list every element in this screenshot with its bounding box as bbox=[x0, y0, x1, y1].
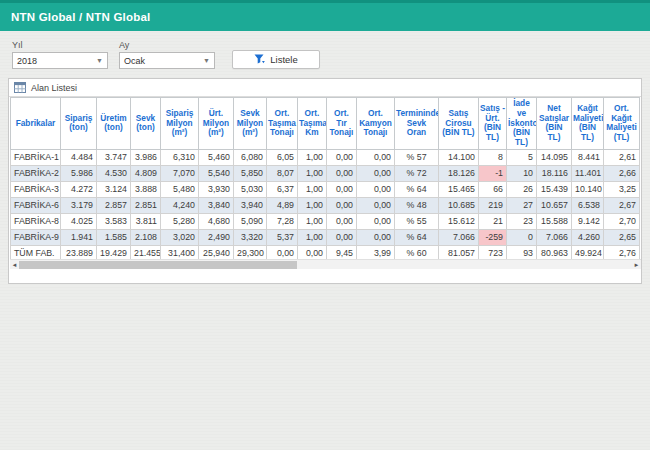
month-label: Ay bbox=[119, 40, 215, 50]
cell: 3.124 bbox=[97, 181, 131, 197]
table-row[interactable]: FABRİKA-34.2723.1243.8885,4803,9305,0306… bbox=[11, 181, 640, 197]
cell: 18.126 bbox=[439, 165, 479, 181]
cell: 14.100 bbox=[439, 149, 479, 165]
year-field: Yıl 2018 ▼ bbox=[12, 40, 108, 69]
cell: 11.401 bbox=[572, 165, 604, 181]
scrollbar-thumb[interactable] bbox=[19, 261, 297, 269]
cell: 3,320 bbox=[234, 229, 267, 245]
column-header[interactable]: Sipariş (ton) bbox=[61, 98, 97, 150]
column-header[interactable]: Satış - Ürt. (BİN TL) bbox=[479, 98, 507, 150]
cell: 3.888 bbox=[131, 181, 161, 197]
cell: 5,850 bbox=[234, 165, 267, 181]
cell: 0,00 bbox=[357, 149, 395, 165]
cell: 7.066 bbox=[439, 229, 479, 245]
month-select[interactable]: Ocak ▼ bbox=[119, 52, 215, 69]
column-header[interactable]: Ort. Kamyon Tonajı bbox=[357, 98, 395, 150]
table-row[interactable]: FABRİKA-25.9864.5304.8097,0705,5405,8508… bbox=[11, 165, 640, 181]
cell: 4,680 bbox=[199, 213, 234, 229]
app-header: NTN Global / NTN Global bbox=[0, 0, 650, 31]
cell: 7.066 bbox=[537, 229, 572, 245]
column-header[interactable]: Ort. Taşıma Tonajı bbox=[267, 98, 298, 150]
column-header[interactable]: Sipariş Milyon (m²) bbox=[161, 98, 199, 150]
cell: 15.612 bbox=[439, 213, 479, 229]
scroll-right-arrow[interactable]: ► bbox=[632, 260, 641, 270]
table-row[interactable]: FABRİKA-63.1792.8572.8514,2403,8403,9404… bbox=[11, 197, 640, 213]
cell: 66 bbox=[479, 181, 507, 197]
column-header[interactable]: Ort. Tır Tonajı bbox=[327, 98, 357, 150]
cell: 5.986 bbox=[61, 165, 97, 181]
cell: 5,37 bbox=[267, 229, 298, 245]
column-header[interactable]: Ürt. Milyon (m²) bbox=[199, 98, 234, 150]
chevron-down-icon[interactable]: ▼ bbox=[203, 57, 210, 64]
table-row[interactable]: FABRİKA-84.0253.5833.8115,2804,6805,0907… bbox=[11, 213, 640, 229]
cell: 9.142 bbox=[572, 213, 604, 229]
cell: 15.439 bbox=[537, 181, 572, 197]
cell: 3,840 bbox=[199, 197, 234, 213]
year-select[interactable]: 2018 ▼ bbox=[12, 52, 108, 69]
cell: % 64 bbox=[395, 181, 439, 197]
cell: 5,030 bbox=[234, 181, 267, 197]
panel-title: Alan Listesi bbox=[31, 83, 77, 93]
cell: 2,70 bbox=[604, 213, 640, 229]
month-field: Ay Ocak ▼ bbox=[119, 40, 215, 69]
cell: 0,00 bbox=[327, 181, 357, 197]
cell: 219 bbox=[479, 197, 507, 213]
cell: 15.465 bbox=[439, 181, 479, 197]
scroll-left-arrow[interactable]: ◄ bbox=[10, 260, 19, 270]
cell: 4.260 bbox=[572, 229, 604, 245]
cell: 18.116 bbox=[537, 165, 572, 181]
cell: 5 bbox=[507, 149, 537, 165]
cell: % 55 bbox=[395, 213, 439, 229]
table-row[interactable]: FABRİKA-14.4843.7473.9866,3105,4606,0806… bbox=[11, 149, 640, 165]
cell: 4.272 bbox=[61, 181, 97, 197]
cell: 4,240 bbox=[161, 197, 199, 213]
cell: 3,930 bbox=[199, 181, 234, 197]
cell: 3.811 bbox=[131, 213, 161, 229]
cell: % 57 bbox=[395, 149, 439, 165]
cell: 3.583 bbox=[97, 213, 131, 229]
column-header[interactable]: Sevk Milyon (m²) bbox=[234, 98, 267, 150]
cell: 10 bbox=[507, 165, 537, 181]
cell: 14.095 bbox=[537, 149, 572, 165]
cell: 7,070 bbox=[161, 165, 199, 181]
horizontal-scrollbar[interactable]: ◄ ► bbox=[10, 259, 641, 269]
scrollbar-track[interactable] bbox=[19, 261, 632, 269]
cell: 2,61 bbox=[604, 149, 640, 165]
cell: FABRİKA-2 bbox=[11, 165, 61, 181]
cell: 8.441 bbox=[572, 149, 604, 165]
column-header[interactable]: Ort. Kağıt Maliyeti (TL) bbox=[604, 98, 640, 150]
cell: 15.588 bbox=[537, 213, 572, 229]
cell: 3,020 bbox=[161, 229, 199, 245]
cell: FABRİKA-8 bbox=[11, 213, 61, 229]
column-header[interactable]: İade ve İskonto (BİN TL) bbox=[507, 98, 537, 150]
cell: 1,00 bbox=[298, 213, 327, 229]
cell: 6,05 bbox=[267, 149, 298, 165]
cell: 1.585 bbox=[97, 229, 131, 245]
list-button[interactable]: Listele bbox=[232, 50, 320, 69]
column-header[interactable]: Üretim (ton) bbox=[97, 98, 131, 150]
cell: 0,00 bbox=[357, 213, 395, 229]
column-header[interactable]: Satış Cirosu (BİN TL) bbox=[439, 98, 479, 150]
column-header[interactable]: Sevk (ton) bbox=[131, 98, 161, 150]
column-header[interactable]: Fabrikalar bbox=[11, 98, 61, 150]
year-select-value: 2018 bbox=[17, 56, 37, 66]
cell: -1 bbox=[479, 165, 507, 181]
column-header[interactable]: Termininde Sevk Oran bbox=[395, 98, 439, 150]
cell: 23 bbox=[507, 213, 537, 229]
cell: 0,00 bbox=[327, 165, 357, 181]
column-header[interactable]: Ort. Taşıma Km bbox=[298, 98, 327, 150]
cell: FABRİKA-3 bbox=[11, 181, 61, 197]
table-row[interactable]: FABRİKA-91.9411.5852.1083,0202,4903,3205… bbox=[11, 229, 640, 245]
cell: 1,00 bbox=[298, 197, 327, 213]
cell: % 64 bbox=[395, 229, 439, 245]
cell: 2.851 bbox=[131, 197, 161, 213]
column-header[interactable]: Kağıt Maliyeti (BİN TL) bbox=[572, 98, 604, 150]
chevron-down-icon[interactable]: ▼ bbox=[96, 57, 103, 64]
cell: 26 bbox=[507, 181, 537, 197]
cell: 2.108 bbox=[131, 229, 161, 245]
column-header[interactable]: Net Satışlar (BİN TL) bbox=[537, 98, 572, 150]
cell: 21 bbox=[479, 213, 507, 229]
cell: 6,310 bbox=[161, 149, 199, 165]
cell: 0 bbox=[507, 229, 537, 245]
cell: 1,00 bbox=[298, 229, 327, 245]
